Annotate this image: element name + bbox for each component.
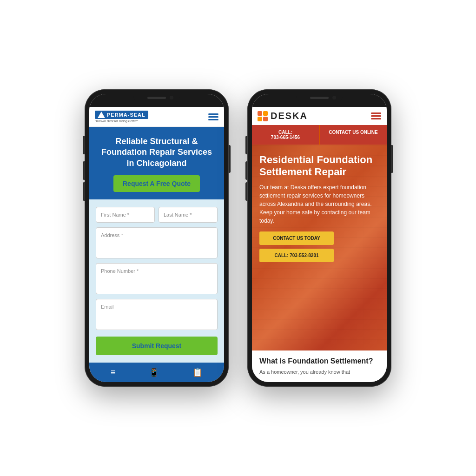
call-number: 703-665-1456 (271, 135, 300, 140)
notch-bar (89, 94, 224, 107)
notch (133, 94, 180, 102)
perma-logo-top: PERMA-SEAL (95, 111, 148, 119)
address-input[interactable]: Address * (96, 227, 218, 258)
phone2-hero-body: Our team at Deska offers expert foundati… (259, 183, 379, 225)
phone1-cta-button[interactable]: Request A Free Quote (113, 175, 200, 192)
call-label: CALL: (278, 130, 292, 135)
perma-brand-text: PERMA-SEAL (107, 112, 145, 118)
contact-label: CONTACT US ONLINE (329, 130, 377, 135)
camera (170, 96, 173, 99)
phone2-call-nav-button[interactable]: CALL: 703-665-1456 (252, 125, 320, 145)
phone1-hero-title: Reliable Structural & Foundation Repair … (97, 136, 217, 169)
perma-seal-logo: PERMA-SEAL "Known Best for Being Better" (95, 111, 148, 123)
phone1-hero: Reliable Structural & Foundation Repair … (89, 127, 224, 199)
phone1-footer: ≡ 📱 📋 (89, 363, 224, 382)
first-name-input[interactable]: First Name * (96, 207, 155, 223)
footer-menu-icon[interactable]: ≡ (111, 368, 116, 377)
phone2-hero-title: Residential Foundation Settlement Repair (259, 154, 379, 178)
phone2-call-button[interactable]: CALL: 703-552-8201 (259, 249, 334, 262)
phone1-form: First Name * Last Name * Address * Phone… (89, 199, 224, 363)
phone2-screen: DESKA CALL: 703-665-1456 CONTACT US ONLI… (252, 94, 387, 382)
phone1-content: PERMA-SEAL "Known Best for Being Better"… (89, 107, 224, 382)
perma-arrow-icon (98, 112, 105, 118)
deska-brand-text: DESKA (271, 111, 308, 121)
name-row: First Name * Last Name * (96, 207, 218, 223)
phone2-contact-nav-button[interactable]: CONTACT US ONLINE (320, 125, 387, 145)
speaker (147, 97, 166, 99)
phone2-camera (332, 96, 336, 99)
deska-logo-icon (258, 111, 268, 121)
phone2-shell: DESKA CALL: 703-665-1456 CONTACT US ONLI… (247, 89, 391, 387)
deska-logo: DESKA (258, 111, 308, 121)
phone-input[interactable]: Phone Number * (96, 263, 218, 294)
phone2-speaker (310, 97, 329, 99)
submit-button[interactable]: Submit Request (96, 337, 218, 355)
email-input[interactable]: Email (96, 299, 218, 330)
scene: PERMA-SEAL "Known Best for Being Better"… (85, 89, 391, 387)
phone2-notch (296, 94, 343, 102)
phone2-nav: CALL: 703-665-1456 CONTACT US ONLINE (252, 125, 387, 145)
last-name-input[interactable]: Last Name * (159, 207, 218, 223)
phone1-menu-button[interactable] (208, 113, 218, 120)
phone1-screen: PERMA-SEAL "Known Best for Being Better"… (89, 94, 224, 382)
phone2-menu-button[interactable] (371, 111, 381, 121)
phone2-header: DESKA (252, 107, 387, 125)
phone2-section-title: What is Foundation Settlement? (259, 357, 379, 365)
phone2-hero: Residential Foundation Settlement Repair… (252, 145, 387, 350)
footer-clipboard-icon[interactable]: 📋 (192, 367, 203, 377)
phone2-foundation-section: What is Foundation Settlement? As a home… (252, 350, 387, 383)
phone2-section-body: As a homeowner, you already know that (259, 368, 379, 376)
phone2-notch-bar (252, 94, 387, 107)
perma-tagline: "Known Best for Being Better" (95, 119, 148, 123)
phone2-cta-button[interactable]: CONTACT US TODAY (259, 231, 334, 245)
phone1-header: PERMA-SEAL "Known Best for Being Better" (89, 107, 224, 127)
phone2-hero-content: Residential Foundation Settlement Repair… (252, 145, 387, 270)
phone2-content: DESKA CALL: 703-665-1456 CONTACT US ONLI… (252, 107, 387, 382)
footer-phone-icon[interactable]: 📱 (149, 367, 159, 377)
svg-marker-0 (98, 112, 105, 118)
phone1-shell: PERMA-SEAL "Known Best for Being Better"… (85, 89, 229, 387)
